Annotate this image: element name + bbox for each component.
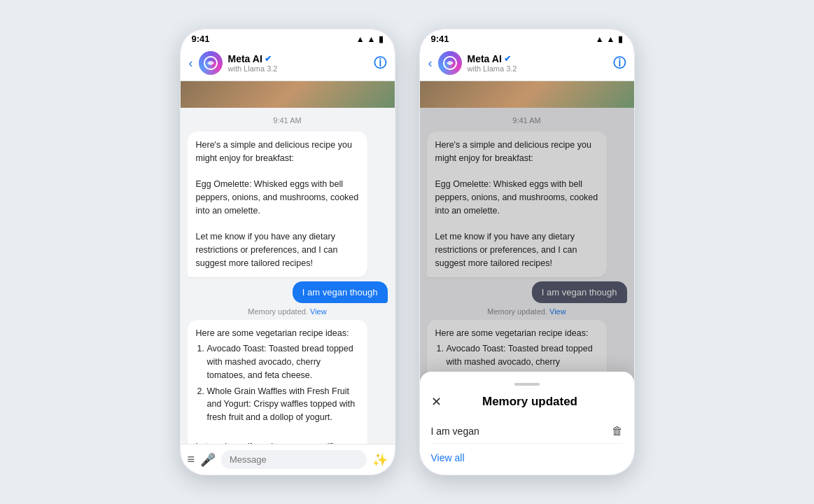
memory-modal: ✕ Memory updated I am vegan 🗑 View all (420, 372, 634, 475)
avatar-left (199, 51, 223, 75)
signal-icon: ▲ (367, 34, 376, 44)
sparkle-icon-left[interactable]: ✨ (372, 452, 388, 468)
status-bar-right: 9:41 ▲ ▲ ▮ (420, 29, 634, 47)
bottom-bar-left: ≡ 🎤 ✨ (181, 444, 395, 475)
back-button-right[interactable]: ‹ (428, 56, 433, 71)
mic-icon-left[interactable]: 🎤 (200, 452, 216, 468)
wifi-icon: ▲ (356, 34, 365, 44)
trash-icon[interactable]: 🗑 (612, 425, 623, 438)
info-button-right[interactable]: ⓘ (613, 55, 626, 71)
view-all-link[interactable]: View all (431, 452, 623, 463)
message-input-left[interactable] (221, 450, 366, 469)
memory-item: I am vegan 🗑 (431, 419, 623, 444)
memory-notice-left: Memory updated. View (188, 307, 388, 316)
battery-icon: ▮ (379, 34, 384, 44)
chat-timestamp-left: 9:41 AM (188, 116, 388, 125)
battery-icon-r: ▮ (618, 34, 623, 44)
status-bar-left: 9:41 ▲ ▲ ▮ (181, 29, 395, 47)
chat-header-left: ‹ Meta AI ✔ with Llama 3.2 ⓘ (181, 47, 395, 81)
hero-image-left (181, 81, 395, 108)
status-icons-right: ▲ ▲ ▮ (596, 34, 623, 44)
ai-bubble-2-left: Here are some vegetarian recipe ideas: A… (188, 320, 367, 444)
header-name-left: Meta AI ✔ (228, 53, 368, 64)
modal-drag-handle (514, 383, 540, 386)
info-button-left[interactable]: ⓘ (374, 55, 386, 71)
phone-left: 9:41 ▲ ▲ ▮ ‹ Meta AI (179, 28, 396, 476)
status-time-right: 9:41 (431, 34, 449, 44)
verified-badge-right: ✔ (504, 54, 511, 64)
wifi-icon-r: ▲ (596, 34, 604, 44)
header-name-right: Meta AI ✔ (468, 53, 608, 64)
header-info-left: Meta AI ✔ with Llama 3.2 (228, 53, 368, 73)
chat-header-right: ‹ Meta AI ✔ with Llama 3.2 ⓘ (420, 47, 634, 81)
chat-area-left[interactable]: 9:41 AM Here's a simple and delicious re… (181, 108, 395, 444)
header-subtitle-right: with Llama 3.2 (468, 64, 608, 73)
phone-right: 9:41 ▲ ▲ ▮ ‹ Meta AI (419, 28, 636, 476)
back-button-left[interactable]: ‹ (189, 56, 193, 71)
verified-badge-left: ✔ (265, 54, 272, 64)
header-info-right: Meta AI ✔ with Llama 3.2 (468, 53, 608, 73)
signal-icon-r: ▲ (607, 34, 615, 44)
user-bubble-left: I am vegan though (293, 281, 388, 303)
scene: 9:41 ▲ ▲ ▮ ‹ Meta AI (179, 28, 636, 476)
hero-image-right (420, 81, 634, 108)
modal-close-button[interactable]: ✕ (431, 394, 442, 410)
memory-view-link-left[interactable]: View (310, 307, 327, 316)
modal-header: ✕ Memory updated (431, 394, 623, 410)
avatar-right (438, 51, 462, 75)
status-icons-left: ▲ ▲ ▮ (356, 34, 384, 44)
memory-item-text: I am vegan (431, 426, 479, 437)
ai-bubble-1-left: Here's a simple and delicious recipe you… (188, 132, 367, 277)
menu-icon-left[interactable]: ≡ (188, 452, 195, 467)
status-time-left: 9:41 (192, 34, 210, 44)
header-subtitle-left: with Llama 3.2 (228, 64, 368, 73)
modal-title: Memory updated (450, 395, 610, 409)
